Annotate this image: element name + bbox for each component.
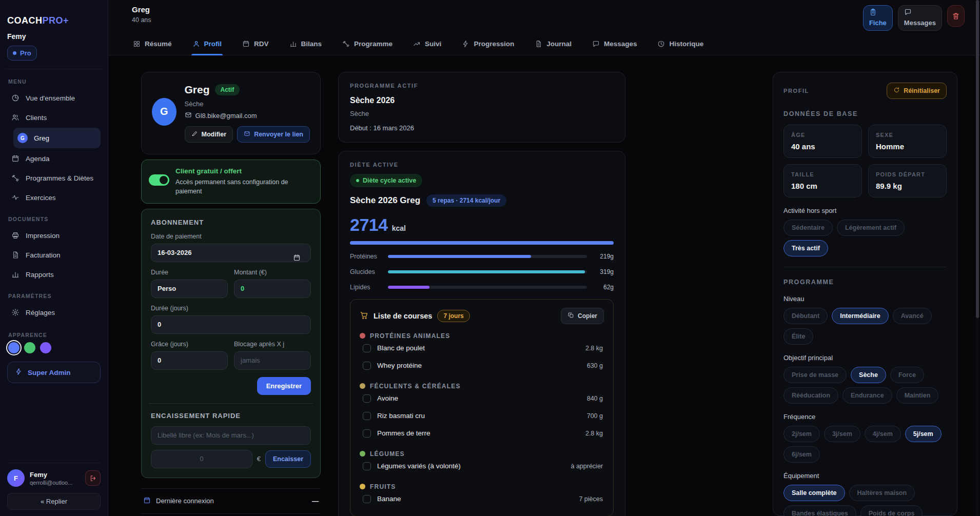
pill-elite[interactable]: Élite bbox=[783, 328, 813, 345]
reset-button[interactable]: Réinitialiser bbox=[887, 83, 947, 99]
pill-endurance[interactable]: Endurance bbox=[842, 387, 892, 404]
delete-client-button[interactable] bbox=[947, 5, 965, 27]
item-name: Riz basmati cru bbox=[377, 412, 425, 420]
theme-swatch-green[interactable] bbox=[24, 342, 35, 353]
cart-icon bbox=[360, 311, 368, 320]
client-card: G Greg Actif Sèche Gl8.bike@gmail.com bbox=[141, 72, 321, 154]
divider bbox=[149, 403, 313, 404]
sidebar-item-programmes-dietes[interactable]: Programmes & Diètes bbox=[7, 169, 101, 187]
tab-resume[interactable]: Résumé bbox=[132, 34, 173, 55]
tab-rdv[interactable]: RDV bbox=[241, 34, 270, 55]
item-checkbox[interactable] bbox=[363, 429, 371, 438]
tab-label: RDV bbox=[254, 40, 269, 48]
macro-track bbox=[388, 270, 587, 273]
tab-bilans[interactable]: Bilans bbox=[288, 34, 323, 55]
amount-input[interactable] bbox=[234, 280, 311, 298]
payment-date-input[interactable] bbox=[151, 244, 311, 262]
item-checkbox[interactable] bbox=[363, 462, 371, 470]
item-checkbox[interactable] bbox=[363, 362, 371, 370]
pill-reeducation[interactable]: Rééducation bbox=[783, 387, 838, 404]
pill-4j-sem[interactable]: 4j/sem bbox=[865, 426, 901, 442]
pill-halteres-maison[interactable]: Haltères maison bbox=[849, 485, 915, 501]
item-quantity: 7 pièces bbox=[579, 495, 603, 503]
theme-swatch-blue[interactable] bbox=[8, 342, 19, 353]
sidebar-item-label: Agenda bbox=[26, 155, 50, 163]
dumbbell-icon bbox=[342, 40, 350, 48]
calendar-icon bbox=[293, 254, 301, 262]
sidebar-item-vue-d-ensemble[interactable]: Vue d'ensemble bbox=[7, 89, 101, 107]
mail-icon bbox=[185, 111, 192, 120]
messages-button[interactable]: Messages bbox=[898, 5, 942, 31]
pill-sedentaire[interactable]: Sédentaire bbox=[783, 220, 833, 236]
pill-tres-actif[interactable]: Très actif bbox=[783, 240, 828, 256]
mail-icon bbox=[244, 130, 250, 137]
tab-historique[interactable]: Historique bbox=[656, 34, 704, 55]
appearance-swatches bbox=[8, 342, 100, 353]
resend-link-button[interactable]: Renvoyer le lien bbox=[237, 126, 310, 143]
free-client-toggle[interactable] bbox=[149, 174, 169, 186]
theme-swatch-purple[interactable] bbox=[40, 342, 51, 353]
collapse-sidebar-button[interactable]: « Replier bbox=[7, 493, 101, 510]
printer-icon bbox=[11, 231, 19, 240]
pill-seche[interactable]: Sèche bbox=[851, 367, 886, 383]
pill-avance[interactable]: Avancé bbox=[893, 308, 932, 324]
pill-5j-sem[interactable]: 5j/sem bbox=[905, 426, 942, 442]
blocking-input[interactable] bbox=[234, 351, 311, 370]
item-checkbox[interactable] bbox=[363, 394, 371, 403]
pill-legerement-actif[interactable]: Légèrement actif bbox=[837, 220, 905, 236]
item-checkbox[interactable] bbox=[363, 344, 371, 352]
sidebar-item-reglages[interactable]: Réglages bbox=[7, 303, 101, 322]
save-button[interactable]: Enregistrer bbox=[257, 377, 311, 395]
tab-messages[interactable]: Messages bbox=[591, 34, 638, 55]
fiche-button[interactable]: Fiche bbox=[863, 5, 893, 31]
item-checkbox[interactable] bbox=[363, 495, 371, 503]
logout-button[interactable] bbox=[85, 470, 101, 486]
pill-prise-de-masse[interactable]: Prise de masse bbox=[783, 367, 847, 383]
app-root: COACHPRO+ Femy Pro MENUVue d'ensembleCli… bbox=[0, 0, 980, 516]
duration-days-input[interactable] bbox=[151, 315, 311, 334]
pill-3j-sem[interactable]: 3j/sem bbox=[824, 426, 860, 442]
active-diet-card: DIÈTE ACTIVE Diète cycle active Sèche 20… bbox=[338, 151, 625, 516]
quick-label-input[interactable] bbox=[151, 426, 311, 445]
quick-amount-input[interactable] bbox=[151, 450, 252, 468]
sidebar-item-exercices[interactable]: Exercices bbox=[7, 188, 101, 207]
super-admin-button[interactable]: Super Admin bbox=[7, 362, 101, 383]
sidebar-item-rapports[interactable]: Rapports bbox=[7, 265, 101, 284]
pill-force[interactable]: Force bbox=[890, 367, 924, 383]
pill-6j-sem[interactable]: 6j/sem bbox=[783, 446, 820, 463]
messages-label: Messages bbox=[904, 19, 936, 27]
grace-days-input[interactable] bbox=[151, 351, 228, 370]
pill-salle-complete[interactable]: Salle complète bbox=[783, 485, 845, 501]
tab-label: Programme bbox=[354, 40, 393, 48]
pill-2j-sem[interactable]: 2j/sem bbox=[783, 426, 820, 442]
tab-suivi[interactable]: Suivi bbox=[412, 34, 442, 55]
scrollbar-thumb[interactable] bbox=[976, 0, 979, 318]
copy-button[interactable]: Copier bbox=[561, 308, 604, 324]
pill-maintien[interactable]: Maintien bbox=[896, 387, 939, 404]
sidebar-item-impression[interactable]: Impression bbox=[7, 226, 101, 245]
pill-poids-de-corps[interactable]: Poids de corps bbox=[860, 505, 923, 516]
shopping-item-whey-proteine: Whey protéine630 g bbox=[360, 357, 604, 374]
item-checkbox[interactable] bbox=[363, 412, 371, 420]
tab-journal[interactable]: Journal bbox=[534, 34, 573, 55]
gear-icon bbox=[11, 308, 19, 316]
sidebar-section-label: DOCUMENTS bbox=[8, 216, 100, 222]
sidebar-item-agenda[interactable]: Agenda bbox=[7, 149, 101, 168]
sidebar-item-greg[interactable]: GGreg bbox=[13, 128, 101, 148]
tab-programme[interactable]: Programme bbox=[341, 34, 394, 55]
collect-button[interactable]: Encaisser bbox=[265, 450, 311, 468]
user-name: Femy bbox=[30, 471, 80, 479]
edit-client-button[interactable]: Modifier bbox=[185, 126, 233, 143]
pill-debutant[interactable]: Débutant bbox=[783, 308, 828, 324]
copy-label: Copier bbox=[578, 312, 597, 320]
sidebar-item-clients[interactable]: Clients bbox=[7, 108, 101, 127]
tab-progression[interactable]: Progression bbox=[461, 34, 515, 55]
page-scrollbar[interactable] bbox=[976, 0, 979, 516]
duration-input[interactable] bbox=[151, 280, 228, 298]
refresh-icon bbox=[893, 87, 900, 95]
pill-intermediaire[interactable]: Intermédiaire bbox=[832, 308, 889, 324]
stat-age: ÂGE40 ans bbox=[783, 125, 862, 158]
tab-profil[interactable]: Profil bbox=[191, 34, 223, 55]
pill-bandes-elastiques[interactable]: Bandes élastiques bbox=[783, 505, 856, 516]
sidebar-item-facturation[interactable]: Facturation bbox=[7, 246, 101, 264]
